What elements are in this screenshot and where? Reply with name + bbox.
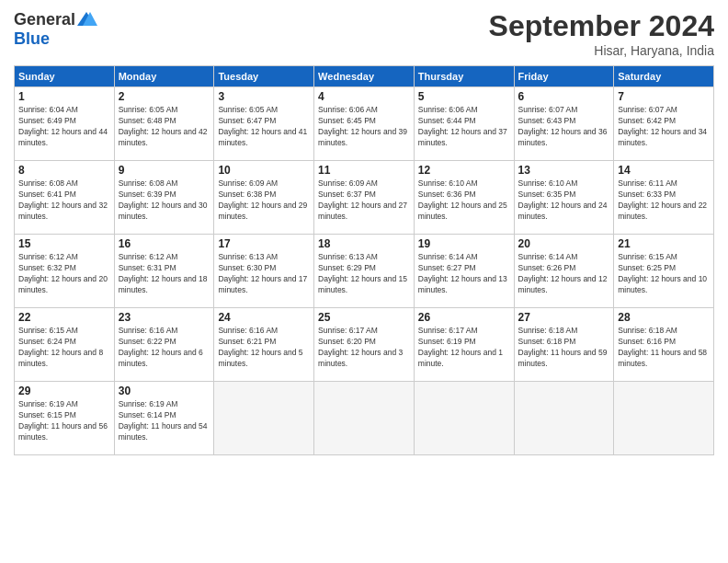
- day-number: 24: [218, 311, 310, 324]
- calendar-row-1: 1 Sunrise: 6:04 AM Sunset: 6:49 PM Dayli…: [15, 87, 714, 161]
- day-cell-12: 12 Sunrise: 6:10 AM Sunset: 6:36 PM Dayl…: [414, 161, 514, 235]
- day-number: 15: [18, 237, 110, 250]
- day-cell-7: 7 Sunrise: 6:07 AM Sunset: 6:42 PM Dayli…: [614, 87, 714, 161]
- day-cell-27: 27 Sunrise: 6:18 AM Sunset: 6:18 PM Dayl…: [514, 308, 614, 382]
- day-info: Sunrise: 6:18 AM Sunset: 6:18 PM Dayligh…: [518, 326, 610, 370]
- header-wednesday: Wednesday: [314, 66, 415, 87]
- day-info: Sunrise: 6:05 AM Sunset: 6:47 PM Dayligh…: [218, 105, 310, 149]
- day-number: 8: [18, 164, 110, 177]
- day-number: 20: [518, 237, 610, 250]
- day-number: 23: [119, 311, 210, 324]
- day-number: 27: [518, 311, 610, 324]
- calendar-header-row: Sunday Monday Tuesday Wednesday Thursday…: [15, 66, 714, 87]
- day-info: Sunrise: 6:12 AM Sunset: 6:31 PM Dayligh…: [119, 252, 210, 296]
- day-number: 7: [618, 90, 710, 103]
- header-monday: Monday: [114, 66, 214, 87]
- day-cell-8: 8 Sunrise: 6:08 AM Sunset: 6:41 PM Dayli…: [15, 161, 115, 235]
- empty-cell: [314, 382, 415, 455]
- day-cell-13: 13 Sunrise: 6:10 AM Sunset: 6:35 PM Dayl…: [514, 161, 614, 235]
- day-cell-18: 18 Sunrise: 6:13 AM Sunset: 6:29 PM Dayl…: [314, 235, 415, 308]
- day-cell-15: 15 Sunrise: 6:12 AM Sunset: 6:32 PM Dayl…: [15, 235, 115, 308]
- day-cell-25: 25 Sunrise: 6:17 AM Sunset: 6:20 PM Dayl…: [314, 308, 415, 382]
- day-info: Sunrise: 6:08 AM Sunset: 6:41 PM Dayligh…: [18, 178, 110, 223]
- day-info: Sunrise: 6:19 AM Sunset: 6:14 PM Dayligh…: [119, 399, 210, 443]
- day-cell-14: 14 Sunrise: 6:11 AM Sunset: 6:33 PM Dayl…: [614, 161, 714, 235]
- header-sunday: Sunday: [15, 66, 115, 87]
- day-info: Sunrise: 6:08 AM Sunset: 6:39 PM Dayligh…: [119, 178, 210, 223]
- header-saturday: Saturday: [614, 66, 714, 87]
- day-cell-3: 3 Sunrise: 6:05 AM Sunset: 6:47 PM Dayli…: [214, 87, 314, 161]
- logo-blue-text: Blue: [14, 29, 50, 49]
- day-number: 6: [518, 90, 610, 103]
- logo-general-text: General: [14, 10, 75, 29]
- day-number: 9: [119, 164, 210, 177]
- day-info: Sunrise: 6:19 AM Sunset: 6:15 PM Dayligh…: [18, 399, 110, 443]
- calendar-row-4: 22 Sunrise: 6:15 AM Sunset: 6:24 PM Dayl…: [15, 308, 714, 382]
- day-number: 11: [318, 164, 410, 177]
- day-number: 25: [318, 311, 410, 324]
- day-info: Sunrise: 6:09 AM Sunset: 6:37 PM Dayligh…: [318, 178, 410, 223]
- day-info: Sunrise: 6:13 AM Sunset: 6:29 PM Dayligh…: [318, 252, 410, 296]
- day-info: Sunrise: 6:14 AM Sunset: 6:27 PM Dayligh…: [418, 252, 510, 296]
- day-info: Sunrise: 6:18 AM Sunset: 6:16 PM Dayligh…: [618, 326, 710, 370]
- day-number: 5: [418, 90, 510, 103]
- day-info: Sunrise: 6:06 AM Sunset: 6:44 PM Dayligh…: [418, 105, 510, 149]
- day-number: 1: [18, 90, 110, 103]
- day-info: Sunrise: 6:10 AM Sunset: 6:36 PM Dayligh…: [418, 178, 510, 223]
- day-cell-29: 29 Sunrise: 6:19 AM Sunset: 6:15 PM Dayl…: [15, 382, 115, 455]
- day-cell-5: 5 Sunrise: 6:06 AM Sunset: 6:44 PM Dayli…: [414, 87, 514, 161]
- header-tuesday: Tuesday: [214, 66, 314, 87]
- day-number: 13: [518, 164, 610, 177]
- day-number: 3: [218, 90, 310, 103]
- day-number: 10: [218, 164, 310, 177]
- header: General Blue September 2024 Hisar, Harya…: [14, 9, 714, 58]
- day-info: Sunrise: 6:04 AM Sunset: 6:49 PM Dayligh…: [18, 105, 110, 149]
- day-info: Sunrise: 6:14 AM Sunset: 6:26 PM Dayligh…: [518, 252, 610, 296]
- day-cell-11: 11 Sunrise: 6:09 AM Sunset: 6:37 PM Dayl…: [314, 161, 415, 235]
- empty-cell: [614, 382, 714, 455]
- empty-cell: [214, 382, 314, 455]
- day-cell-6: 6 Sunrise: 6:07 AM Sunset: 6:43 PM Dayli…: [514, 87, 614, 161]
- day-cell-23: 23 Sunrise: 6:16 AM Sunset: 6:22 PM Dayl…: [114, 308, 214, 382]
- day-number: 30: [119, 385, 210, 397]
- day-number: 26: [418, 311, 510, 324]
- day-number: 17: [218, 237, 310, 250]
- day-cell-2: 2 Sunrise: 6:05 AM Sunset: 6:48 PM Dayli…: [114, 87, 214, 161]
- day-number: 19: [418, 237, 510, 250]
- calendar-row-3: 15 Sunrise: 6:12 AM Sunset: 6:32 PM Dayl…: [15, 235, 714, 308]
- day-cell-9: 9 Sunrise: 6:08 AM Sunset: 6:39 PM Dayli…: [114, 161, 214, 235]
- day-info: Sunrise: 6:12 AM Sunset: 6:32 PM Dayligh…: [18, 252, 110, 296]
- header-thursday: Thursday: [414, 66, 514, 87]
- location: Hisar, Haryana, India: [489, 43, 714, 58]
- day-cell-26: 26 Sunrise: 6:17 AM Sunset: 6:19 PM Dayl…: [414, 308, 514, 382]
- day-cell-10: 10 Sunrise: 6:09 AM Sunset: 6:38 PM Dayl…: [214, 161, 314, 235]
- empty-cell: [514, 382, 614, 455]
- logo: General Blue: [14, 9, 97, 49]
- day-cell-17: 17 Sunrise: 6:13 AM Sunset: 6:30 PM Dayl…: [214, 235, 314, 308]
- day-info: Sunrise: 6:16 AM Sunset: 6:22 PM Dayligh…: [119, 326, 210, 370]
- day-info: Sunrise: 6:11 AM Sunset: 6:33 PM Dayligh…: [618, 178, 710, 223]
- day-info: Sunrise: 6:10 AM Sunset: 6:35 PM Dayligh…: [518, 178, 610, 223]
- day-info: Sunrise: 6:13 AM Sunset: 6:30 PM Dayligh…: [218, 252, 310, 296]
- day-number: 21: [618, 237, 710, 250]
- day-cell-20: 20 Sunrise: 6:14 AM Sunset: 6:26 PM Dayl…: [514, 235, 614, 308]
- logo-icon: [77, 9, 97, 29]
- day-number: 29: [18, 385, 110, 397]
- day-number: 18: [318, 237, 410, 250]
- day-info: Sunrise: 6:17 AM Sunset: 6:20 PM Dayligh…: [318, 326, 410, 370]
- day-cell-28: 28 Sunrise: 6:18 AM Sunset: 6:16 PM Dayl…: [614, 308, 714, 382]
- day-cell-16: 16 Sunrise: 6:12 AM Sunset: 6:31 PM Dayl…: [114, 235, 214, 308]
- day-info: Sunrise: 6:07 AM Sunset: 6:42 PM Dayligh…: [618, 105, 710, 149]
- day-info: Sunrise: 6:15 AM Sunset: 6:24 PM Dayligh…: [18, 326, 110, 370]
- day-cell-30: 30 Sunrise: 6:19 AM Sunset: 6:14 PM Dayl…: [114, 382, 214, 455]
- day-number: 16: [119, 237, 210, 250]
- day-cell-19: 19 Sunrise: 6:14 AM Sunset: 6:27 PM Dayl…: [414, 235, 514, 308]
- day-info: Sunrise: 6:05 AM Sunset: 6:48 PM Dayligh…: [119, 105, 210, 149]
- day-cell-4: 4 Sunrise: 6:06 AM Sunset: 6:45 PM Dayli…: [314, 87, 415, 161]
- day-info: Sunrise: 6:15 AM Sunset: 6:25 PM Dayligh…: [618, 252, 710, 296]
- day-cell-21: 21 Sunrise: 6:15 AM Sunset: 6:25 PM Dayl…: [614, 235, 714, 308]
- day-info: Sunrise: 6:17 AM Sunset: 6:19 PM Dayligh…: [418, 326, 510, 370]
- day-info: Sunrise: 6:09 AM Sunset: 6:38 PM Dayligh…: [218, 178, 310, 223]
- calendar-table: Sunday Monday Tuesday Wednesday Thursday…: [14, 65, 714, 455]
- day-number: 2: [119, 90, 210, 103]
